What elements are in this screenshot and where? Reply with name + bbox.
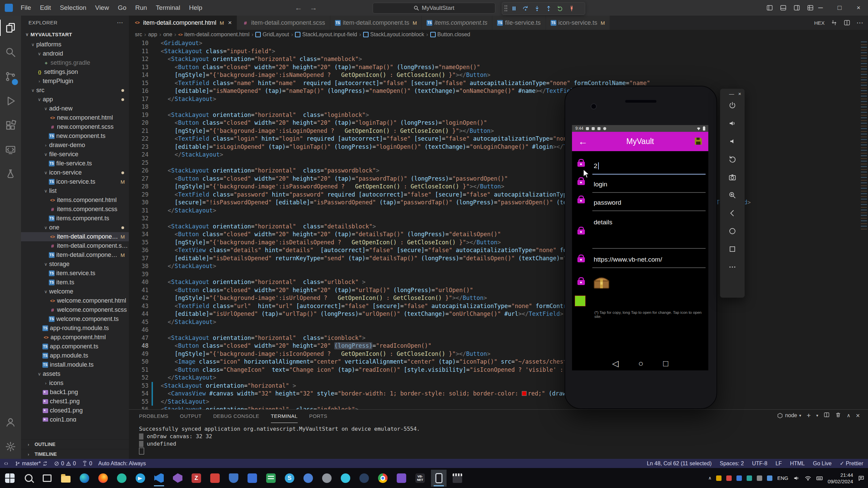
taskbar-visual-studio-icon[interactable]	[170, 470, 185, 487]
name-field-value[interactable]: 2	[594, 162, 597, 169]
lock-icon[interactable]	[577, 162, 585, 167]
panel-tab-debug-console[interactable]: DEBUG CONSOLE	[213, 410, 259, 423]
tree-item-drawer-demo[interactable]: ›drawer-demo	[21, 141, 129, 150]
ports-indicator[interactable]: 0	[82, 461, 92, 467]
menu-selection[interactable]: Selection	[55, 0, 91, 16]
taskbar-file-explorer-icon[interactable]	[58, 470, 74, 487]
notification-center-icon[interactable]	[858, 475, 865, 482]
status-html[interactable]: HTML	[790, 461, 805, 467]
new-terminal-button[interactable]: +	[807, 411, 811, 420]
activity-search-icon[interactable]	[0, 40, 21, 64]
lock-icon[interactable]	[577, 229, 585, 235]
breadcrumb-item-one[interactable]: one	[163, 32, 172, 38]
emulator-minimize-button[interactable]: —	[729, 91, 734, 97]
taskbar-excel-icon[interactable]	[263, 470, 279, 487]
tray-app-icon[interactable]	[767, 475, 772, 481]
lock-icon[interactable]	[577, 280, 585, 285]
tab-items.component.ts[interactable]: TSitems.component.ts	[422, 16, 492, 30]
taskbar-firefox-icon[interactable]	[95, 470, 111, 487]
tree-item-items.component.ts[interactable]: TSitems.component.ts	[21, 214, 129, 223]
android-home-icon[interactable]: ○	[638, 359, 643, 368]
hex-editor-action[interactable]: HEX	[814, 20, 825, 26]
editor-more-actions-icon[interactable]: ⋯	[856, 19, 863, 27]
tree-item-storage[interactable]: ∨storage	[21, 260, 129, 269]
tree-item-file-service[interactable]: ∨file-service	[21, 150, 129, 159]
taskbar-defender-icon[interactable]	[226, 470, 241, 487]
tree-item-welcome.component.ts[interactable]: TSwelcome.component.ts	[21, 314, 129, 324]
activity-remote-explorer-icon[interactable]	[0, 138, 21, 162]
menu-terminal[interactable]: Terminal	[152, 0, 185, 16]
menu-edit[interactable]: Edit	[36, 0, 56, 16]
breadcrumb-item-StackLayout.iconblock[interactable]: StackLayout.iconblock	[363, 32, 424, 38]
login-field-value[interactable]: login	[594, 181, 607, 188]
tree-item-new.component.ts[interactable]: TSnew.component.ts	[21, 131, 129, 141]
taskbar-blue-app-1-icon[interactable]	[244, 470, 260, 487]
activity-testing-icon[interactable]	[0, 162, 21, 186]
tree-item-src[interactable]: ∨src	[21, 86, 129, 95]
toggle-sidebar-icon[interactable]	[766, 4, 773, 11]
tree-item-item-detail.component.scss[interactable]: #item-detail.component.scss	[21, 241, 129, 250]
taskbar-skype-icon[interactable]: S	[282, 470, 297, 487]
taskbar-purple-app-icon[interactable]	[394, 470, 409, 487]
tree-item-back1.png[interactable]: back1.png	[21, 388, 129, 397]
tab-item-detail.component.html[interactable]: <>item-detail.component.htmlM×	[129, 16, 237, 30]
tree-item-app.component.html[interactable]: <>app.component.html	[21, 333, 129, 342]
touch-keyboard-icon[interactable]	[816, 475, 823, 482]
tree-item-items.component.scss[interactable]: #items.component.scss	[21, 205, 129, 214]
window-minimize-button[interactable]: ─	[811, 0, 830, 16]
tree-item-new.component.scss[interactable]: #new.component.scss	[21, 122, 129, 131]
tree-item-icons[interactable]: ›icons	[21, 379, 129, 388]
tree-item-new.component.html[interactable]: <>new.component.html	[21, 113, 129, 122]
network-icon[interactable]	[805, 475, 811, 482]
tree-item-add-new[interactable]: ∨add-new	[21, 104, 129, 113]
taskbar-telegram-icon[interactable]	[133, 470, 148, 487]
activity-explorer-icon[interactable]	[0, 16, 21, 40]
tree-item-list[interactable]: ∨list	[21, 186, 129, 196]
tree-item-welcome.component.html[interactable]: <>welcome.component.html	[21, 296, 129, 305]
details-field-value[interactable]: details	[594, 219, 612, 226]
zoom-in-icon[interactable]	[728, 191, 736, 199]
power-icon[interactable]	[728, 101, 736, 109]
taskbar-movie-app-icon[interactable]	[450, 470, 465, 487]
status-ln-48-col-62-11-selected[interactable]: Ln 48, Col 62 (11 selected)	[647, 461, 712, 467]
settings-gear-icon[interactable]	[0, 434, 21, 459]
outline-section[interactable]: › OUTLINE	[21, 439, 129, 449]
password-field-value[interactable]: password	[594, 199, 621, 206]
taskbar-start-icon[interactable]	[2, 470, 18, 487]
menu-view[interactable]: View	[91, 0, 114, 16]
volume-icon[interactable]	[793, 475, 800, 482]
tree-item-item.ts[interactable]: TSitem.ts	[21, 278, 129, 287]
status-go-live[interactable]: Go Live	[813, 461, 831, 467]
tree-item-item.service.ts[interactable]: TSitem.service.ts	[21, 269, 129, 278]
taskbar-browser-teal-icon[interactable]	[114, 470, 130, 487]
tree-item-icon-service[interactable]: ∨icon-service	[21, 168, 129, 177]
tree-item-file-service.ts[interactable]: TSfile-service.ts	[21, 159, 129, 168]
status-lf[interactable]: LF	[775, 461, 782, 467]
taskbar-red-app-icon[interactable]	[207, 470, 223, 487]
rotate-icon[interactable]	[728, 155, 736, 163]
tree-item-item-detail.component.html[interactable]: <>item-detail.component.htmlM	[21, 232, 129, 241]
android-back-icon[interactable]: ◁	[612, 359, 618, 368]
menu-go[interactable]: Go	[113, 0, 131, 16]
volume-down-icon[interactable]	[728, 137, 736, 145]
tree-item-welcome[interactable]: ∨welcome	[21, 287, 129, 296]
tree-item-tempPlugin[interactable]: ›tempPlugin	[21, 77, 129, 86]
canvas-view[interactable]	[575, 296, 586, 306]
tree-item-install.module.ts[interactable]: TSinstall.module.ts	[21, 360, 129, 369]
tree-item-closed1.png[interactable]: closed1.png	[21, 406, 129, 415]
open-changes-icon[interactable]	[831, 19, 837, 26]
lock-icon[interactable]	[577, 180, 585, 185]
terminal-content[interactable]: Successfully synced application org.nati…	[139, 425, 766, 458]
taskbar-chrome-icon[interactable]	[375, 470, 391, 487]
minimap[interactable]	[860, 39, 868, 410]
panel-tab-ports[interactable]: PORTS	[309, 410, 327, 423]
more-icon[interactable]	[728, 263, 736, 271]
tab-item-detail.component.scss[interactable]: #item-detail.component.scss	[237, 16, 330, 30]
timeline-section[interactable]: › TIMELINE	[21, 449, 129, 459]
tray-app-icon[interactable]	[747, 475, 752, 481]
app-back-button[interactable]: ←	[578, 136, 588, 147]
home-icon[interactable]	[728, 227, 736, 235]
tree-item-icon-service.ts[interactable]: TSicon-service.tsM	[21, 177, 129, 186]
panel-tab-terminal[interactable]: TERMINAL	[271, 410, 298, 423]
panel-tab-problems[interactable]: PROBLEMS	[139, 410, 169, 423]
